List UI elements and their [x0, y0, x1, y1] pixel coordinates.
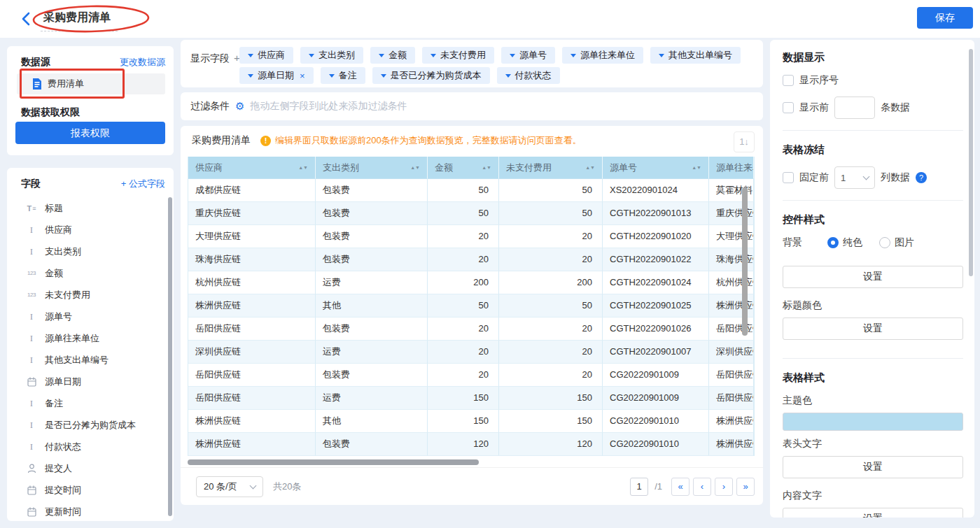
settings-scrollbar[interactable] [969, 49, 973, 276]
field-item[interactable]: 提交人 [7, 457, 174, 479]
table-cell: 包装费 [316, 179, 428, 202]
display-field-chip[interactable]: 源单号 [501, 47, 555, 64]
field-item[interactable]: 提交时间 [7, 479, 174, 501]
last-page-button[interactable]: » [736, 478, 755, 496]
remove-icon[interactable]: × [300, 71, 305, 81]
page-number-input[interactable]: 1 [630, 478, 648, 496]
datasource-item[interactable]: 费用清单 [17, 73, 165, 94]
show-index-label: 显示序号 [799, 74, 839, 87]
horizontal-scrollbar[interactable] [188, 459, 479, 465]
filter-panel[interactable]: 过滤条件 ⚙ 拖动左侧字段到此处来添加过滤条件 [181, 92, 763, 120]
header-text-set-button[interactable]: 设置 [783, 456, 963, 478]
display-field-chip[interactable]: 金额 [370, 47, 415, 64]
sort-icon[interactable]: ▲▼ [298, 166, 308, 169]
field-item[interactable]: 123未支付费用 [7, 284, 174, 306]
table-cell: 20 [499, 248, 603, 271]
table-cell: 20 [499, 364, 603, 387]
freeze-checkbox[interactable] [783, 172, 794, 183]
field-item[interactable]: 123金额 [7, 262, 174, 284]
text-icon: I [25, 224, 38, 236]
page-size-select[interactable]: 20 条/页 [196, 476, 263, 497]
change-datasource-link[interactable]: 更改数据源 [120, 56, 165, 69]
show-first-checkbox[interactable] [783, 102, 794, 113]
chip-label: 源单号 [519, 49, 547, 62]
sort-icon[interactable]: ▲▼ [585, 166, 595, 169]
field-label: 供应商 [45, 224, 72, 236]
field-item[interactable]: I供应商 [7, 219, 174, 241]
add-formula-field-link[interactable]: + 公式字段 [121, 178, 165, 190]
content-text-set-button[interactable]: 设置 [783, 508, 963, 518]
image-radio[interactable] [879, 237, 890, 248]
column-header[interactable]: 金额▲▼ [428, 157, 499, 179]
text-icon: I [25, 311, 38, 322]
field-item[interactable]: I付款状态 [7, 436, 174, 457]
sort-icon[interactable]: ▲▼ [410, 166, 420, 169]
chip-label: 付款状态 [515, 69, 552, 82]
column-header[interactable]: 支出类别▲▼ [316, 157, 428, 179]
display-field-chip[interactable]: 支出类别 [300, 47, 363, 64]
help-icon[interactable]: ? [916, 172, 927, 183]
table-cell: 重庆供应链 [188, 202, 316, 225]
table-cell: 150 [428, 387, 499, 410]
table-cell: 20 [428, 341, 499, 364]
pagination-bar: 20 条/页 共20条 1 /1 « ‹ › » [181, 467, 763, 505]
gear-icon[interactable]: ⚙ [235, 100, 244, 113]
column-header[interactable]: 源单往来单位 [709, 157, 754, 179]
next-page-button[interactable]: › [715, 478, 733, 496]
table-cell: CG20220901009 [603, 387, 709, 410]
display-field-chip[interactable]: 未支付费用 [422, 47, 494, 64]
date-icon [25, 485, 38, 495]
display-field-chip[interactable]: 是否已分摊为购货成本 [372, 67, 490, 84]
field-item[interactable]: I源单号 [7, 306, 174, 327]
field-label: 源单往来单位 [45, 332, 99, 345]
person-icon [25, 464, 38, 473]
field-item[interactable]: I其他支出单编号 [7, 349, 174, 371]
table-cell: 岳阳供应链 [188, 317, 316, 341]
field-item[interactable]: 源单日期 [7, 371, 174, 392]
data-display-heading: 数据显示 [783, 51, 963, 64]
theme-color-swatch[interactable] [783, 413, 963, 431]
display-field-chip[interactable]: 源单往来单位 [562, 47, 643, 64]
table-cell: 50 [428, 179, 499, 202]
field-item[interactable]: I是否已分摊为购货成本 [7, 414, 174, 436]
column-header[interactable]: 源单号▲▼ [603, 157, 709, 179]
report-permission-button[interactable]: 报表权限 [15, 122, 165, 144]
table-cell: 200 [428, 271, 499, 294]
chevron-down-icon [570, 54, 576, 57]
vertical-scrollbar[interactable] [742, 187, 748, 336]
table-cell: CG20220901010 [603, 433, 709, 456]
sort-icon[interactable]: ▲▼ [692, 166, 701, 169]
rows-count-input[interactable] [834, 97, 875, 119]
title-color-set-button[interactable]: 设置 [783, 317, 963, 340]
field-item[interactable]: T≡标题 [7, 197, 174, 219]
sort-icon[interactable]: ▲▼ [482, 166, 491, 169]
table-cell: 运费 [316, 341, 428, 364]
page-title[interactable]: 采购费用清单 [43, 10, 111, 25]
column-header[interactable]: 供应商▲▼ [188, 157, 316, 179]
fields-scrollbar[interactable] [168, 197, 172, 516]
display-field-chip[interactable]: 其他支出单编号 [650, 47, 741, 64]
solid-color-radio[interactable] [827, 237, 839, 248]
field-item[interactable]: I备注 [7, 392, 174, 414]
prev-page-button[interactable]: ‹ [693, 478, 711, 496]
back-icon[interactable] [20, 11, 34, 27]
title-color-label: 标题颜色 [783, 299, 963, 312]
display-field-chip[interactable]: 付款状态 [497, 67, 560, 84]
column-header[interactable]: 未支付费用▲▼ [499, 157, 603, 179]
field-item[interactable]: I源单往来单位 [7, 327, 174, 349]
save-button[interactable]: 保存 [917, 7, 973, 29]
background-set-button[interactable]: 设置 [783, 266, 963, 288]
show-index-checkbox[interactable] [783, 75, 794, 86]
topbar: 采购费用清单 保存 [0, 0, 980, 38]
field-item[interactable]: I支出类别 [7, 241, 174, 262]
table-preview-panel: 采购费用清单 !编辑界面只取数据源前200条作为查询数据预览，完整数据请访问页面… [181, 126, 763, 505]
sort-order-button[interactable]: 1↓ [734, 131, 755, 152]
chip-label: 源单往来单位 [580, 49, 635, 62]
display-field-chip[interactable]: 备注 [321, 67, 365, 84]
first-page-button[interactable]: « [671, 478, 690, 496]
display-field-chip[interactable]: 源单日期× [239, 67, 314, 84]
field-item[interactable]: 更新时间 [7, 501, 174, 521]
freeze-columns-select[interactable]: 1 [834, 166, 875, 189]
chevron-down-icon [863, 173, 870, 180]
display-field-chip[interactable]: 供应商 [239, 47, 293, 64]
